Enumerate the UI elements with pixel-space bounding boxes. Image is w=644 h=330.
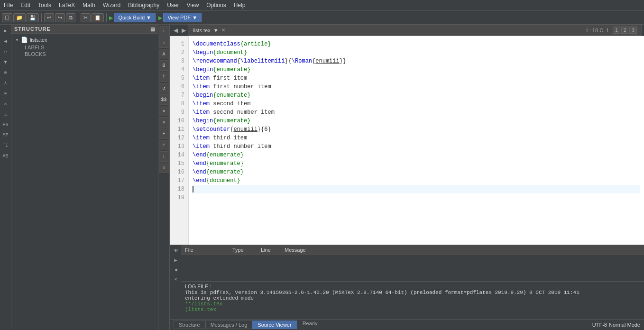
code-line-14: \end{enumerate} xyxy=(193,151,640,159)
quick-build-button[interactable]: Quick Build ▼ xyxy=(114,13,156,22)
menu-latex[interactable]: LaTeX xyxy=(55,1,79,9)
status-tab-source[interactable]: Source Viewer xyxy=(252,321,296,329)
sidebar-btn-a[interactable]: A xyxy=(159,49,169,59)
tab-num-2[interactable]: 2 xyxy=(621,27,629,34)
tree-child-labels[interactable]: LABELS xyxy=(23,44,156,51)
bottom-area: 👁 ▶ ◀ ✕ File Type Line Message LOG FILE … xyxy=(170,245,644,330)
tab-dropdown-icon[interactable]: ▼ xyxy=(213,28,219,33)
code-area[interactable]: \documentclass{article} \begin{document}… xyxy=(189,36,644,245)
left-icon-4[interactable]: ⊙ xyxy=(1,68,10,77)
menu-tools[interactable]: Tools xyxy=(34,1,55,9)
tab-num-3[interactable]: 3 xyxy=(629,27,637,34)
eye-icon[interactable]: 👁 xyxy=(171,246,181,256)
sidebar-btn-updown[interactable]: ↕ xyxy=(159,151,169,162)
sidebar-btn-home[interactable]: ⌂ xyxy=(159,37,169,48)
mp-icon[interactable]: MP xyxy=(1,130,10,140)
right-control-panel: 👁 ▶ ◀ ✕ xyxy=(170,245,181,319)
quick-build-dropdown-icon[interactable]: ▼ xyxy=(146,15,151,20)
sidebar-btn-x1[interactable]: ✕ xyxy=(159,106,169,116)
copy-doc-button[interactable]: ⧉ xyxy=(66,13,75,22)
undo-button[interactable]: ↩ xyxy=(44,13,54,22)
as-icon[interactable]: AS xyxy=(1,151,10,161)
sidebar-btn-plus2[interactable]: + xyxy=(159,140,169,150)
structure-content: ▼ 📄 lists.tex LABELS BLOCKS xyxy=(11,34,158,330)
code-line-18 xyxy=(193,185,640,193)
structure-collapse-icon[interactable]: ▤ xyxy=(150,27,155,32)
line-numbers: 12345 678910 1112131415 16171819 xyxy=(170,36,189,245)
tree-children: LABELS BLOCKS xyxy=(13,44,156,57)
status-tabs: Structure Messages / Log Source Viewer R… xyxy=(174,321,317,329)
sidebar-btn-divide[interactable]: ÷ xyxy=(159,128,169,139)
sidebar-btn-i[interactable]: i xyxy=(159,72,169,82)
code-line-10: \begin{enumerate} xyxy=(193,117,640,125)
log-line-1: This is pdfTeX, Version 3.14159265-2.6-1… xyxy=(185,290,640,295)
tab-nav-next[interactable]: ▶ xyxy=(180,25,188,36)
tree-child-labels-label: LABELS xyxy=(25,45,45,50)
messages-panel: File Type Line Message LOG FILE : This i… xyxy=(181,245,644,319)
tab-label: lists.tex xyxy=(193,28,211,33)
tree-child-blocks[interactable]: BLOCKS xyxy=(23,51,156,57)
left-icon-6[interactable]: ∞ xyxy=(1,89,10,98)
save-button[interactable]: 💾 xyxy=(27,13,39,22)
sidebar-btn-dollar[interactable]: $$ xyxy=(159,94,169,105)
menu-wizard[interactable]: Wizard xyxy=(99,1,124,9)
editor-content[interactable]: 12345 678910 1112131415 16171819 \docume… xyxy=(170,36,644,245)
left-icon-5[interactable]: ∧ xyxy=(1,78,10,88)
ti-icon[interactable]: TI xyxy=(1,141,10,150)
tab-close-icon[interactable]: ✕ xyxy=(221,28,225,33)
right-sidebar-icons: + ⌂ A B i ↺ $$ ✕ ✕ ÷ + ↕ ⬇ xyxy=(158,25,170,330)
menu-bar: File Edit Tools LaTeX Math Wizard Biblio… xyxy=(0,0,644,11)
menu-options[interactable]: Options xyxy=(202,1,230,9)
code-line-12: \item third item xyxy=(193,134,640,142)
play-icon: ▶ xyxy=(109,14,113,22)
open-button[interactable]: 📁 xyxy=(13,13,26,22)
left-arrow-icon[interactable]: ◀ xyxy=(171,265,181,275)
code-line-19 xyxy=(193,193,640,202)
menu-bibliography[interactable]: Bibliography xyxy=(124,1,163,9)
toolbar-sep-3 xyxy=(106,13,107,22)
menu-file[interactable]: File xyxy=(0,1,17,9)
view-pdf-button[interactable]: View PDF ▼ xyxy=(163,13,202,22)
status-encoding: UTF-8 xyxy=(592,322,607,328)
sidebar-btn-add[interactable]: + xyxy=(159,26,169,37)
tab-numbers: 1 2 3 xyxy=(613,27,637,34)
messages-body xyxy=(181,255,644,281)
quick-build-label: Quick Build xyxy=(118,15,145,20)
status-bar: Structure Messages / Log Source Viewer R… xyxy=(170,319,644,330)
menu-view[interactable]: View xyxy=(183,1,203,9)
code-line-11: \setcounter{enumiii}{6} xyxy=(193,125,640,134)
menu-help[interactable]: Help xyxy=(230,1,249,9)
status-tab-structure[interactable]: Structure xyxy=(174,321,205,329)
right-arrow-icon[interactable]: ▶ xyxy=(171,256,181,265)
left-icon-7[interactable]: ✕ xyxy=(1,99,10,109)
menu-math[interactable]: Math xyxy=(79,1,99,9)
sidebar-btn-b[interactable]: B xyxy=(159,60,169,71)
code-line-16: \end{enumerate} xyxy=(193,168,640,176)
new-button[interactable]: ☐ xyxy=(2,13,12,22)
left-icon-1[interactable]: ◀ xyxy=(1,37,10,46)
status-tab-messages[interactable]: Messages / Log xyxy=(205,321,253,329)
bottom-content: 👁 ▶ ◀ ✕ File Type Line Message LOG FILE … xyxy=(170,245,644,319)
tree-root-item[interactable]: ▼ 📄 lists.tex xyxy=(13,36,156,44)
left-icon-2[interactable]: ↔ xyxy=(1,47,10,56)
left-icon-8[interactable]: □ xyxy=(1,110,10,119)
sidebar-btn-x2[interactable]: ✕ xyxy=(159,117,169,128)
ps-icon[interactable]: PS xyxy=(1,120,10,129)
redo-button[interactable]: ↪ xyxy=(55,13,65,22)
left-icon-0[interactable]: ▶ xyxy=(1,26,10,36)
code-line-5: \item first item xyxy=(193,74,640,82)
cut-button[interactable]: ✂ xyxy=(81,13,91,22)
tab-nav-prev[interactable]: ◀ xyxy=(172,25,180,36)
tab-num-1[interactable]: 1 xyxy=(613,27,620,34)
menu-user[interactable]: User xyxy=(163,1,183,9)
sidebar-btn-cycle[interactable]: ↺ xyxy=(159,83,169,93)
close-bottom-icon[interactable]: ✕ xyxy=(171,275,181,284)
status-ready: Ready xyxy=(303,321,318,329)
sidebar-btn-down[interactable]: ⬇ xyxy=(159,163,169,173)
left-icon-3[interactable]: ▼ xyxy=(1,57,10,67)
paste-button[interactable]: 📋 xyxy=(92,13,104,22)
editor-tab[interactable]: lists.tex ▼ ✕ L: 18 C: 1 1 2 3 xyxy=(188,25,642,36)
view-pdf-dropdown-icon[interactable]: ▼ xyxy=(192,15,197,20)
menu-edit[interactable]: Edit xyxy=(17,1,34,9)
tree-file-icon: 📄 xyxy=(21,37,28,43)
